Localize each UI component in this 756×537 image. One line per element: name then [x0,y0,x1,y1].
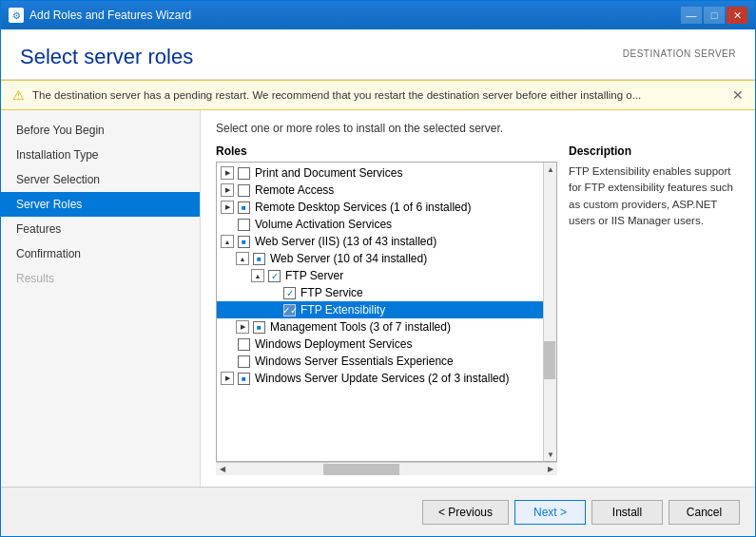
role-item-print[interactable]: Print and Document Services [217,164,556,182]
title-bar-left: ⚙ Add Roles and Features Wizard [9,8,191,23]
role-label-volume-activation: Volume Activation Services [255,218,392,231]
role-item-remote-access[interactable]: Remote Access [217,182,556,199]
maximize-button[interactable]: □ [704,7,725,24]
horizontal-scrollbar[interactable]: ◀ ▶ [216,462,557,475]
expander-ftp-server[interactable] [251,269,264,282]
role-item-volume-activation[interactable]: Volume Activation Services [217,216,556,233]
role-item-win-update[interactable]: Windows Server Update Services (2 of 3 i… [217,370,556,387]
minimize-button[interactable]: — [681,7,702,24]
role-item-remote-desktop[interactable]: Remote Desktop Services (1 of 6 installe… [217,199,556,216]
checkbox-ftp-extensibility[interactable]: ✓ [283,304,296,316]
header-section: Select server roles DESTINATION SERVER [1,29,755,80]
checkbox-win-deploy[interactable] [238,338,250,351]
destination-label: DESTINATION SERVER [623,48,736,59]
roles-panel: Roles Print and Document Services [216,144,557,475]
expander-web-server[interactable] [221,235,234,248]
roles-header: Roles [216,144,557,158]
sidebar-item-results: Results [1,266,200,291]
role-item-ftp-server[interactable]: FTP Server [217,267,556,284]
content-area: Select server roles DESTINATION SERVER ⚠… [1,29,755,536]
scroll-thumb[interactable] [544,341,555,379]
expander-web-server-sub[interactable] [236,252,249,265]
checkbox-win-essentials[interactable] [238,355,250,368]
checkbox-win-update[interactable] [238,373,250,385]
checkbox-print[interactable] [238,167,250,180]
description-panel: Description FTP Extensibility enables su… [569,144,740,475]
role-label-remote-access: Remote Access [255,183,334,197]
checkbox-web-server-sub[interactable] [253,253,265,265]
role-label-win-essentials: Windows Server Essentials Experience [255,355,454,368]
vertical-scrollbar[interactable]: ▲ ▼ [543,163,556,461]
install-button[interactable]: Install [591,500,663,525]
checkbox-mgmt-tools[interactable] [253,321,265,334]
title-bar-controls: — □ ✕ [681,7,747,24]
description-header: Description [569,144,740,158]
sidebar: Before You Begin Installation Type Serve… [1,110,201,487]
expander-remote-desktop[interactable] [221,201,234,214]
role-label-print: Print and Document Services [255,166,402,180]
role-label-mgmt-tools: Management Tools (3 of 7 installed) [270,320,451,334]
checkbox-volume-activation[interactable] [238,219,250,231]
roles-list-container: Print and Document Services Remote Acces… [216,162,557,462]
checkbox-remote-desktop[interactable] [238,201,250,214]
sidebar-item-before-you-begin[interactable]: Before You Begin [1,118,200,143]
sidebar-item-features[interactable]: Features [1,217,200,241]
role-label-win-update: Windows Server Update Services (2 of 3 i… [255,372,509,385]
instruction-text: Select one or more roles to install on t… [216,122,740,135]
checkbox-remote-access[interactable] [238,184,250,197]
cancel-button[interactable]: Cancel [669,500,740,525]
expander-print[interactable] [221,166,234,180]
close-button[interactable]: ✕ [727,7,747,24]
main-content: Before You Begin Installation Type Serve… [1,110,755,487]
warning-close-button[interactable]: ✕ [732,87,744,103]
role-label-web-server-sub: Web Server (10 of 34 installed) [270,252,427,265]
description-text: FTP Extensibility enables support for FT… [569,163,740,229]
sidebar-item-server-selection[interactable]: Server Selection [1,167,200,192]
sidebar-item-confirmation[interactable]: Confirmation [1,241,200,266]
footer: < Previous Next > Install Cancel [1,487,755,536]
page-title: Select server roles [20,45,193,69]
title-bar: ⚙ Add Roles and Features Wizard — □ ✕ [1,1,755,29]
role-label-web-server: Web Server (IIS) (13 of 43 installed) [255,235,436,248]
app-icon: ⚙ [9,8,24,23]
expander-win-update[interactable] [221,372,234,385]
sidebar-item-server-roles[interactable]: Server Roles [1,192,200,217]
right-panel: Select one or more roles to install on t… [201,110,755,487]
role-item-web-server[interactable]: Web Server (IIS) (13 of 43 installed) [217,233,556,250]
scroll-up-arrow[interactable]: ▲ [544,163,557,176]
role-item-win-deploy[interactable]: Windows Deployment Services [217,336,556,353]
horiz-scroll-track [229,463,544,475]
role-label-win-deploy: Windows Deployment Services [255,337,412,351]
expander-remote-access[interactable] [221,183,234,197]
checkbox-web-server[interactable] [238,236,250,248]
role-item-mgmt-tools[interactable]: Management Tools (3 of 7 installed) [217,318,556,336]
main-window: ⚙ Add Roles and Features Wizard — □ ✕ Se… [0,0,756,537]
role-item-ftp-extensibility[interactable]: ✓ FTP Extensibility [217,301,556,318]
scroll-right-arrow[interactable]: ▶ [544,463,557,476]
horiz-scroll-thumb[interactable] [323,464,399,475]
warning-icon: ⚠ [12,87,25,103]
next-button[interactable]: Next > [514,500,586,525]
scroll-left-arrow[interactable]: ◀ [216,463,229,476]
roles-list[interactable]: Print and Document Services Remote Acces… [217,163,556,461]
checkbox-ftp-service[interactable] [283,287,296,299]
role-item-ftp-service[interactable]: FTP Service [217,284,556,301]
previous-button[interactable]: < Previous [422,500,509,525]
warning-bar: ⚠ The destination server has a pending r… [1,80,755,110]
checkbox-ftp-server[interactable] [268,270,281,282]
role-label-remote-desktop: Remote Desktop Services (1 of 6 installe… [255,201,471,214]
sidebar-item-installation-type[interactable]: Installation Type [1,143,200,167]
roles-description-area: Roles Print and Document Services [216,144,740,475]
role-item-web-server-sub[interactable]: Web Server (10 of 34 installed) [217,250,556,267]
role-label-ftp-server: FTP Server [285,269,343,282]
role-item-win-essentials[interactable]: Windows Server Essentials Experience [217,353,556,370]
expander-mgmt-tools[interactable] [236,320,249,334]
window-title: Add Roles and Features Wizard [29,9,191,22]
warning-text: The destination server has a pending res… [32,89,725,101]
scroll-down-arrow[interactable]: ▼ [544,448,557,461]
role-label-ftp-extensibility: FTP Extensibility [300,303,385,316]
role-label-ftp-service: FTP Service [300,286,363,299]
